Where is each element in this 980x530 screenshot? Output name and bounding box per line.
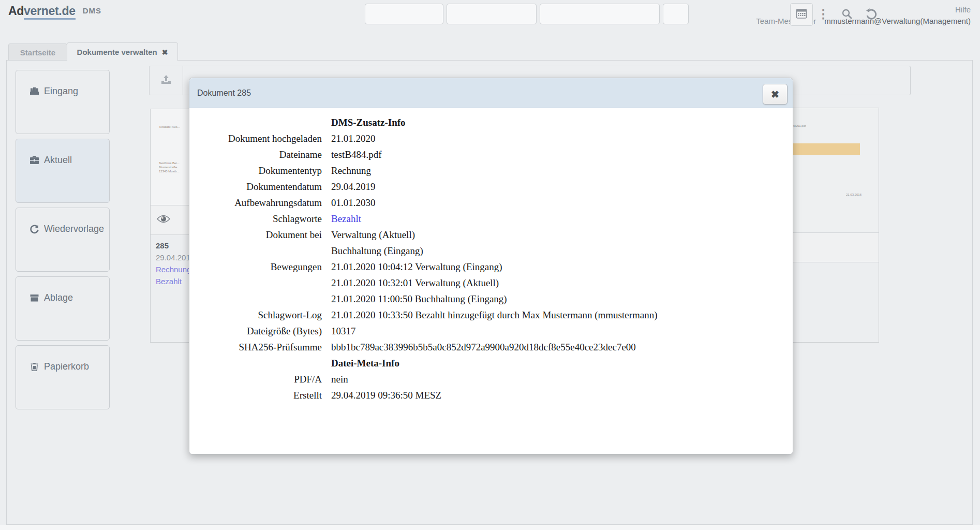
modal-row: SHA256-Prüfsummebbb1bc789ac383996b5b5a0c… [189,339,793,355]
upload-button[interactable] [150,66,183,95]
modal-row-label: Schlagworte [189,211,322,227]
modal-row-label: Dokument hochgeladen [189,130,322,146]
modal-row-value: 21.01.2020 [331,130,376,146]
tab-startseite-label: Startseite [20,48,55,57]
modal-row: Dokument hochgeladen21.01.2020 [189,130,793,146]
page-footer-strip [0,525,980,530]
modal-row-label: Schlagwort-Log [189,307,322,323]
modal-row-value: nein [331,371,348,387]
briefcase-icon [29,155,39,165]
modal-row-value: 10317 [331,323,356,339]
logo-vernet: vernet.de [24,4,76,20]
modal-row-value: 29.04.2019 [331,179,376,195]
thumbnail-address-text: Testfirma Bei... Musterstraße 12345 Must… [159,161,180,173]
modal-row-value: 01.01.2030 [331,195,376,211]
modal-row: Dokument beiVerwaltung (Aktuell)Buchhalt… [189,227,793,259]
logo-dms-label: DMS [83,6,101,15]
sidebar-label: Eingang [44,86,78,97]
modal-row: SchlagworteBezahlt [189,211,793,227]
modal-row-label: Dateiname [189,146,322,163]
modal-row-label: Bewegungen [189,259,322,307]
eye-icon[interactable] [157,214,170,226]
tab-startseite[interactable]: Startseite [8,43,67,61]
sidebar-item-aktuell[interactable]: Aktuell [16,139,110,203]
modal-row-label: Dokumentendatum [189,179,322,195]
app-logo: Advernet.deDMS [8,4,101,18]
modal-row-label: Dokument bei [189,227,322,259]
kebab-menu-icon[interactable]: ⋮ [812,3,834,25]
tab-dokumente-verwalten[interactable]: Dokumente verwalten ✖ [67,42,178,61]
thumbnail-date: 21.03.2016 [846,193,862,197]
modal-row: DokumententypRechnung [189,163,793,179]
tab-dokumente-label: Dokumente verwalten [77,48,157,56]
modal-row-value: 29.04.2019 09:36:50 MESZ [331,387,441,403]
modal-row: Bewegungen21.01.2020 10:04:12 Verwaltung… [189,259,793,307]
modal-row-label: PDF/A [189,371,322,387]
dialog-title: Dokument 285 [197,89,251,98]
modal-row: Erstellt29.04.2019 09:36:50 MESZ [189,387,793,403]
modal-row: PDF/Anein [189,371,793,387]
sidebar-label: Ablage [44,292,73,303]
app-screen: Advernet.deDMS Hilfe Team-Messengermmust… [0,0,980,530]
modal-row-value: Rechnung [331,163,371,179]
inbox-icon [29,86,39,96]
sidebar-label: Aktuell [44,155,72,166]
dialog-body: DMS-Zusatz-InfoDokument hochgeladen21.01… [189,108,793,403]
archive-icon [29,293,39,303]
filter-input-2[interactable] [447,4,537,24]
modal-row: DateinametestB484.pdf [189,146,793,163]
modal-row-label: Aufbewahrungsdatum [189,195,322,211]
dialog-header: Dokument 285 ✖ [189,78,793,108]
logo-ad: Ad [8,4,24,18]
modal-row-value: bbb1bc789ac383996b5b5a0c852d972a9900a920… [331,339,636,355]
modal-row: Schlagwort-Log21.01.2020 10:33:50 Bezahl… [189,307,793,323]
modal-row-value: Verwaltung (Aktuell)Buchhaltung (Eingang… [331,227,423,259]
dialog-close-button[interactable]: ✖ [763,84,788,105]
undo-icon[interactable] [860,3,882,25]
modal-row-label: Dokumententyp [189,163,322,179]
modal-row-value: 21.01.2020 10:04:12 Verwaltung (Eingang)… [331,259,507,307]
help-link[interactable]: Hilfe [955,5,971,14]
calendar-button[interactable] [790,3,813,26]
modal-row: Dateigröße (Bytes)10317 [189,323,793,339]
tab-close-icon[interactable]: ✖ [162,48,168,56]
sidebar-label: Papierkorb [44,361,89,372]
modal-row-label: Dateigröße (Bytes) [189,323,322,339]
trash-icon [29,362,39,372]
sidebar-label: Wiedervorlage [44,224,104,234]
calendar-icon [796,8,807,21]
filter-input-1[interactable] [365,4,443,24]
modal-row: Dokumentendatum29.04.2019 [189,179,793,195]
modal-section-header: Datei-Meta-Info [331,355,793,371]
redo-icon [29,224,39,234]
modal-row-value: testB484.pdf [331,146,382,163]
upload-icon [160,75,172,87]
document-info-dialog: Dokument 285 ✖ DMS-Zusatz-InfoDokument h… [189,78,793,454]
sidebar-item-ablage[interactable]: Ablage [16,276,110,341]
modal-section-header: DMS-Zusatz-Info [331,114,793,130]
modal-row-value: 21.01.2020 10:33:50 Bezahlt hinzugefügt … [331,307,658,323]
filter-input-3[interactable] [540,4,660,24]
sidebar-item-papierkorb[interactable]: Papierkorb [16,345,110,409]
modal-row-label: SHA256-Prüfsumme [189,339,322,355]
modal-row: Aufbewahrungsdatum01.01.2030 [189,195,793,211]
thumbnail-text: Testdatei Aus... [159,125,180,129]
search-icon[interactable] [836,3,858,25]
sidebar-item-wiedervorlage[interactable]: Wiedervorlage [16,208,110,272]
filter-input-4[interactable] [663,4,689,24]
modal-row-label: Erstellt [189,387,322,403]
sidebar-item-eingang[interactable]: Eingang [16,70,110,134]
modal-row-value-link[interactable]: Bezahlt [331,211,361,227]
